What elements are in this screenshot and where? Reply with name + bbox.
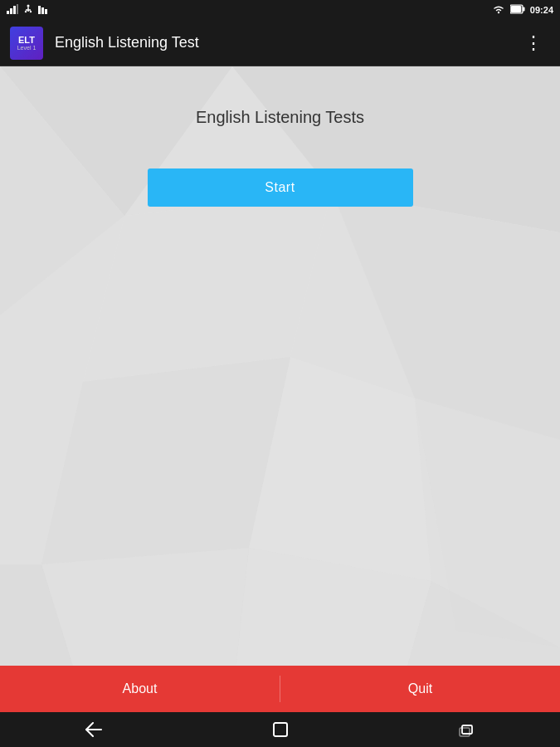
svg-rect-11	[45, 9, 47, 14]
start-button[interactable]: Start	[148, 168, 413, 207]
logo-subtext: Level 1	[17, 45, 37, 51]
svg-point-4	[27, 5, 30, 7]
svg-rect-2	[13, 6, 16, 14]
top-app-bar: ELT Level 1 English Listening Test ⋮	[0, 20, 560, 66]
status-time: 09:24	[530, 5, 553, 15]
svg-point-8	[30, 11, 32, 12]
svg-rect-9	[38, 6, 41, 14]
svg-rect-15	[523, 7, 525, 12]
page-title: English Listening Tests	[196, 108, 364, 127]
back-button[interactable]	[85, 722, 103, 737]
usb-icon	[23, 4, 33, 16]
wifi-icon	[492, 4, 505, 16]
about-button[interactable]: About	[0, 666, 280, 712]
signal-icon	[7, 4, 18, 16]
content-wrapper: English Listening Tests Start	[0, 66, 560, 207]
app-title: English Listening Test	[55, 34, 518, 51]
svg-rect-30	[462, 725, 472, 734]
app-logo: ELT Level 1	[10, 27, 43, 60]
main-content: English Listening Tests Start	[0, 66, 560, 699]
svg-point-12	[498, 12, 499, 13]
battery-icon	[510, 4, 525, 16]
svg-rect-0	[7, 11, 9, 14]
recents-button[interactable]	[459, 721, 475, 738]
home-button[interactable]	[272, 721, 289, 738]
quit-button[interactable]: Quit	[280, 666, 560, 712]
logo-text: ELT	[17, 35, 37, 45]
svg-point-7	[25, 11, 27, 12]
svg-rect-1	[10, 8, 12, 14]
bottom-action-bar: About Quit	[0, 666, 560, 712]
svg-rect-31	[460, 728, 470, 736]
svg-rect-29	[274, 723, 287, 736]
status-bar: 09:24	[0, 0, 560, 20]
svg-rect-10	[41, 7, 44, 14]
status-bar-left	[7, 4, 50, 16]
overflow-menu-icon[interactable]: ⋮	[518, 29, 550, 57]
svg-rect-3	[17, 4, 18, 14]
status-bar-right: 09:24	[492, 4, 553, 16]
svg-rect-14	[511, 6, 521, 12]
android-nav-bar	[0, 712, 560, 747]
bars-icon	[38, 4, 50, 16]
